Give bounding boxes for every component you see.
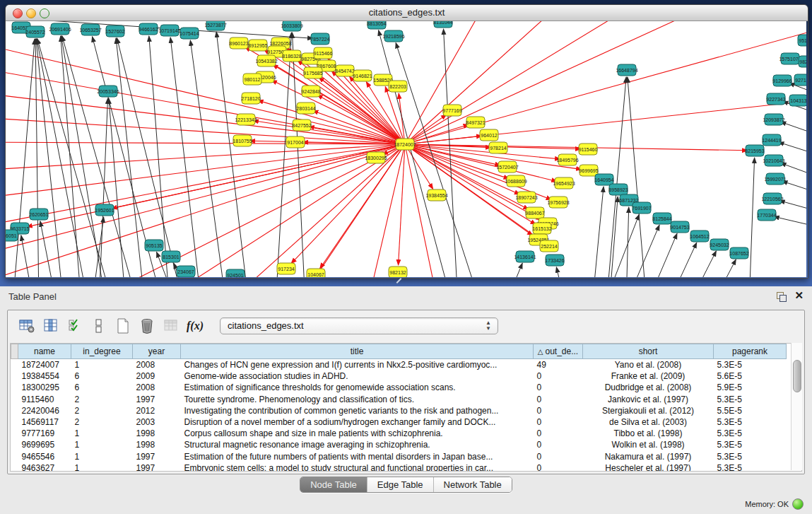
table-cell[interactable]: Wolkin et al. (1998) [583,439,714,450]
rows-icon[interactable] [88,316,110,336]
network-canvas-container[interactable]: 1872400718300295896012389129551822605891… [6,21,806,277]
table-cell[interactable]: Genome-wide association studies in ADHD. [181,370,534,382]
table-cell[interactable]: 2003 [133,416,181,428]
graph-edge[interactable] [782,181,806,193]
graph-edge[interactable] [6,144,405,277]
table-cell[interactable]: 0 [534,416,583,428]
table-cell[interactable]: Nakamura et al. (1997) [583,451,714,462]
table-cell[interactable]: 2008 [133,382,181,393]
graph-edge[interactable] [92,217,104,277]
table-cell[interactable]: 18724007 [18,359,71,371]
table-row[interactable]: 946362711997Embryonic stem cells: a mode… [11,462,787,472]
graph-edge[interactable] [749,158,755,277]
table-cell[interactable]: 1 [71,359,133,371]
table-cell[interactable]: 18300295 [18,382,71,393]
graph-edge[interactable] [35,39,39,277]
table-cell[interactable]: 0 [534,405,583,416]
table-cell[interactable]: Franke et al. (2009) [583,370,714,382]
graph-edge[interactable] [292,33,305,277]
graph-edge[interactable] [668,243,697,277]
graph-edge[interactable] [61,36,106,277]
select-columns-icon[interactable] [64,316,86,336]
table-cell[interactable]: 9115460 [18,394,71,405]
graph-edge[interactable] [609,197,618,277]
graph-edge[interactable] [6,144,405,255]
table-cell[interactable]: 0 [534,462,583,472]
graph-edge[interactable] [592,187,604,277]
graph-edge[interactable] [780,163,806,176]
table-cell[interactable]: 0 [534,451,583,462]
graph-edge[interactable] [317,95,405,144]
table-cell[interactable]: 5.9E-5 [714,382,787,393]
window-titlebar[interactable]: citations_edges.txt [6,5,808,21]
graph-edge[interactable] [628,77,647,277]
table-cell[interactable]: 2 [71,416,133,428]
table-cell[interactable]: 5.5E-5 [714,405,787,416]
table-cell[interactable]: 1 [71,451,133,462]
table-cell[interactable]: 5.6E-5 [714,370,787,382]
table-cell[interactable]: Changes of HCN gene expression and I(f) … [181,359,534,371]
table-row[interactable]: 1456911722003Disruption of a novel membe… [11,416,787,428]
table-cell[interactable]: Tourette syndrome. Phenomenology and cla… [181,394,534,405]
column-header-title[interactable]: title [181,344,534,359]
table-cell[interactable]: 22420046 [18,405,71,416]
graph-edge[interactable] [109,98,126,277]
table-cell[interactable]: 2 [71,394,133,405]
table-cell[interactable]: Corpus callosum shape and size in male p… [181,428,534,439]
table-cell[interactable]: 9465546 [18,451,71,462]
table-row[interactable]: 1872400712008Changes of HCN gene express… [11,359,787,371]
table-cell[interactable]: Investigating the contribution of common… [181,405,534,416]
table-row[interactable]: 969969511998Structural magnetic resonanc… [11,439,787,450]
graph-edge[interactable] [190,40,226,277]
table-cell[interactable]: Disruption of a novel member of a sodium… [181,416,534,428]
table-cell[interactable]: 0 [534,370,583,382]
graph-edge[interactable] [155,144,405,277]
graph-edge[interactable] [556,267,565,277]
table-row[interactable]: 946554611997Estimation of the future num… [11,451,787,462]
table-cell[interactable]: 1 [71,462,133,472]
table-cell[interactable]: Estimation of the future numbers of pati… [181,451,534,462]
delete-column-icon[interactable] [136,316,158,336]
graph-edge[interactable] [253,121,405,144]
column-header-in-degree[interactable]: in_degree [71,344,133,359]
graph-edge[interactable] [780,122,806,135]
column-header-name[interactable]: name [18,344,71,359]
splitter-handle[interactable] [396,278,402,284]
graph-edge[interactable] [647,233,677,277]
table-cell[interactable]: de Silva et al. (2003) [583,416,714,428]
graph-edge[interactable] [689,251,716,277]
table-cell[interactable]: 19384554 [18,370,71,382]
table-cell[interactable]: 5.3E-5 [714,359,787,371]
column-header-out-de-[interactable]: △out_de... [534,344,583,359]
close-window-button[interactable] [13,8,23,18]
table-cell[interactable]: 1998 [133,439,181,450]
table-row[interactable]: 977716911998Corpus callosum shape and si… [11,428,787,439]
table-cell[interactable]: 5.3E-5 [714,416,787,428]
graph-edge[interactable] [85,144,405,277]
table-cell[interactable]: 2008 [133,359,181,371]
graph-edge[interactable] [6,117,405,144]
table-cell[interactable]: Yano et al. (2008) [583,359,714,371]
graph-edge[interactable] [712,259,736,277]
close-panel-icon[interactable]: ✕ [794,289,804,302]
column-header-year[interactable]: year [133,344,181,359]
table-cell[interactable]: Structural magnetic resonance image aver… [181,439,534,450]
graph-edge[interactable] [405,144,433,189]
table-cell[interactable]: 5.3E-5 [714,462,787,472]
table-cell[interactable]: Stergiakouli et al. (2012) [583,405,714,416]
tab-edge-table[interactable]: Edge Table [367,477,433,492]
table-row[interactable]: 1830029562008Estimation of significance … [11,382,787,393]
table-row[interactable]: 911546021997Tourette syndrome. Phenomeno… [11,394,787,405]
table-cell[interactable]: 6 [71,370,133,382]
column-header-short[interactable]: short [583,344,714,359]
table-cell[interactable]: 0 [534,394,583,405]
network-canvas[interactable]: 1872400718300295896012389129551822605891… [6,21,806,277]
float-panel-icon[interactable] [777,292,787,302]
table-cell[interactable]: 2 [71,405,133,416]
tab-network-table[interactable]: Network Table [433,477,512,492]
graph-edge[interactable] [405,29,806,144]
table-mode-icon[interactable] [16,316,37,336]
graph-edge[interactable] [276,33,291,277]
table-cell[interactable]: 1998 [133,428,181,439]
column-header-pagerank[interactable]: pagerank [714,344,787,359]
